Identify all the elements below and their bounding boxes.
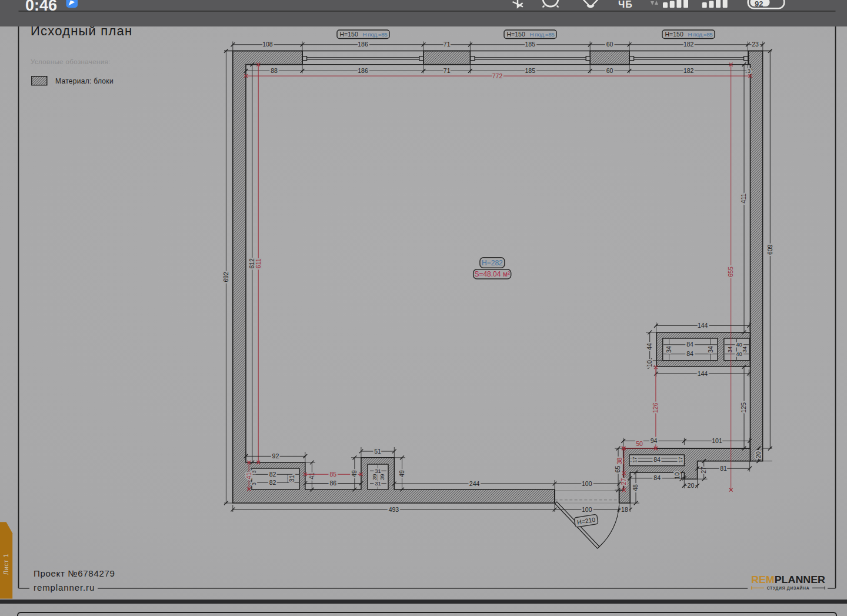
svg-text:20: 20 — [755, 451, 762, 458]
svg-text:17: 17 — [632, 457, 638, 462]
svg-text:144: 144 — [698, 322, 708, 329]
svg-text:Н под.=85: Н под.=85 — [530, 31, 555, 38]
svg-text:772: 772 — [492, 72, 503, 79]
svg-text:34: 34 — [726, 347, 733, 353]
svg-text:34: 34 — [707, 346, 714, 353]
svg-text:38: 38 — [616, 458, 623, 465]
svg-text:31: 31 — [375, 468, 381, 474]
svg-text:82: 82 — [269, 471, 276, 478]
svg-text:185: 185 — [525, 67, 536, 74]
svg-text:182: 182 — [683, 41, 694, 48]
svg-text:185: 185 — [525, 41, 536, 48]
svg-text:23: 23 — [752, 41, 759, 48]
svg-text:60: 60 — [606, 41, 613, 48]
svg-text:411: 411 — [740, 194, 747, 204]
svg-text:remplanner.ru: remplanner.ru — [34, 582, 95, 592]
svg-text:39: 39 — [379, 474, 385, 481]
svg-text:REMPLANNER: REMPLANNER — [751, 574, 825, 585]
svg-text:H=150: H=150 — [340, 31, 358, 38]
svg-text:92: 92 — [755, 0, 763, 8]
svg-text:94: 94 — [651, 437, 658, 444]
svg-text:Лист 1: Лист 1 — [2, 554, 9, 575]
svg-text:126: 126 — [652, 402, 659, 413]
svg-text:81: 81 — [720, 465, 727, 472]
svg-text:39: 39 — [371, 474, 378, 481]
svg-text:49: 49 — [398, 470, 405, 477]
svg-text:41: 41 — [245, 472, 252, 480]
svg-text:51: 51 — [374, 448, 381, 455]
svg-text:84: 84 — [653, 456, 661, 463]
svg-text:20: 20 — [688, 482, 695, 489]
svg-text:108: 108 — [262, 41, 273, 48]
svg-text:100: 100 — [582, 506, 592, 513]
svg-text:H=150: H=150 — [507, 31, 525, 38]
svg-text:655: 655 — [727, 267, 734, 277]
svg-text:10: 10 — [646, 360, 653, 367]
svg-text:692: 692 — [222, 272, 229, 282]
svg-text:44: 44 — [646, 343, 653, 350]
svg-text:86: 86 — [329, 480, 336, 487]
svg-text:88: 88 — [271, 67, 278, 74]
svg-text:100: 100 — [582, 480, 592, 487]
svg-text:182: 182 — [683, 67, 694, 74]
svg-text:92: 92 — [272, 452, 279, 459]
svg-text:S=48.04 м²: S=48.04 м² — [474, 270, 510, 278]
svg-text:ЧБ: ЧБ — [618, 0, 633, 9]
svg-text:17: 17 — [678, 457, 683, 462]
svg-text:125: 125 — [740, 402, 747, 413]
svg-text:27: 27 — [700, 467, 707, 474]
svg-text:Н под.=85: Н под.=85 — [363, 31, 388, 38]
svg-text:84: 84 — [653, 474, 661, 481]
svg-text:Проект №6784279: Проект №6784279 — [34, 568, 115, 578]
svg-text:48: 48 — [632, 484, 639, 491]
svg-text:41: 41 — [308, 472, 315, 480]
svg-text:186: 186 — [358, 41, 368, 48]
svg-text:101: 101 — [712, 437, 722, 444]
svg-text:31: 31 — [288, 475, 295, 482]
svg-text:144: 144 — [698, 370, 708, 377]
svg-text:3: 3 — [748, 68, 751, 74]
svg-text:493: 493 — [389, 506, 399, 513]
svg-text:186: 186 — [358, 67, 368, 74]
svg-text:34: 34 — [741, 347, 748, 353]
svg-text:Н под.=85: Н под.=85 — [688, 31, 713, 38]
svg-text:71: 71 — [443, 41, 451, 48]
svg-text:244: 244 — [469, 480, 480, 487]
svg-text:3: 3 — [251, 482, 257, 485]
svg-text:18: 18 — [621, 506, 628, 513]
svg-text:65: 65 — [614, 466, 621, 473]
svg-text:Условные обозначения:: Условные обозначения: — [31, 58, 111, 65]
svg-text:84: 84 — [686, 350, 693, 357]
svg-text:60: 60 — [606, 67, 613, 74]
svg-text:Материал: блоки: Материал: блоки — [55, 77, 114, 85]
svg-text:50: 50 — [636, 440, 643, 447]
svg-text:31: 31 — [375, 480, 381, 487]
svg-text:71: 71 — [443, 67, 451, 74]
svg-text:85: 85 — [329, 471, 336, 478]
svg-text:82: 82 — [269, 479, 276, 486]
svg-text:84: 84 — [686, 341, 693, 348]
svg-text:H=282: H=282 — [482, 259, 503, 267]
svg-text:49: 49 — [351, 470, 358, 477]
svg-text:34: 34 — [665, 346, 672, 353]
svg-text:СТУДИЯ ДИЗАЙНА: СТУДИЯ ДИЗАЙНА — [767, 585, 810, 591]
svg-text:609: 609 — [766, 244, 773, 255]
svg-text:0:46: 0:46 — [25, 0, 57, 14]
svg-text:611: 611 — [255, 258, 262, 268]
svg-text:H=150: H=150 — [665, 31, 683, 38]
